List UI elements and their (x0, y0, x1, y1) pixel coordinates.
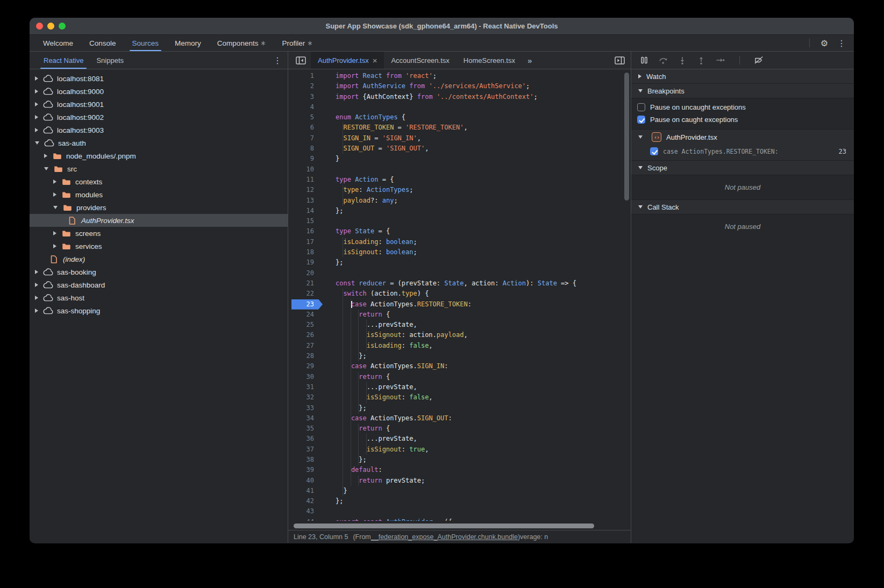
code-line-32[interactable]: 32isSignout: false, (288, 392, 631, 403)
line-number[interactable]: 4 (288, 102, 323, 112)
code-line-28[interactable]: 28}; (288, 351, 631, 361)
code-line-22[interactable]: 22switch (action.type) { (288, 289, 631, 299)
code-line-13[interactable]: 13payload?: any; (288, 196, 631, 206)
line-number[interactable]: 8 (288, 144, 323, 154)
line-number[interactable]: 38 (288, 455, 323, 465)
line-number[interactable]: 22 (288, 289, 323, 299)
line-number[interactable]: 30 (288, 372, 323, 382)
line-number[interactable]: 33 (288, 403, 323, 413)
tree-item-sas-auth[interactable]: sas-auth (30, 137, 288, 149)
tree-item-sas-booking[interactable]: sas-booking (30, 266, 288, 278)
line-number[interactable]: 37 (288, 444, 323, 455)
code-line-text[interactable]: case ActionTypes.SIGN_OUT: (323, 413, 452, 424)
chevron-collapsed-icon[interactable] (35, 283, 38, 287)
tab-memory[interactable]: Memory (167, 35, 209, 51)
code-line-text[interactable] (323, 268, 336, 278)
more-editor-tabs-button[interactable]: » (522, 56, 536, 65)
line-number[interactable]: 32 (288, 392, 323, 403)
toggle-debugger-sidebar-icon[interactable] (612, 53, 626, 67)
code-line-text[interactable]: SIGN_IN = 'SIGN_IN', (323, 133, 421, 144)
line-number[interactable]: 9 (288, 154, 323, 164)
line-number[interactable]: 34 (288, 413, 323, 424)
line-number[interactable]: 21 (288, 278, 323, 289)
code-line-text[interactable]: const reducer = (prevState: State, actio… (323, 278, 576, 289)
tree-item-src[interactable]: src (30, 162, 288, 175)
code-line-43[interactable]: 43 (288, 506, 631, 517)
line-number[interactable]: 29 (288, 361, 323, 371)
tab-sources[interactable]: Sources (124, 35, 167, 51)
chevron-collapsed-icon[interactable] (53, 180, 56, 184)
chevron-collapsed-icon[interactable] (35, 76, 38, 81)
code-line-2[interactable]: 2import AuthService from '../services/Au… (288, 81, 631, 91)
code-line-text[interactable]: import AuthService from '../services/Aut… (323, 81, 530, 91)
line-number[interactable]: 41 (288, 486, 323, 496)
code-line-text[interactable]: type: ActionTypes; (323, 185, 414, 195)
tree-item-sas-host[interactable]: sas-host (30, 291, 288, 304)
code-line-text[interactable]: isLoading: false, (323, 341, 433, 351)
code-line-text[interactable]: enum ActionTypes { (323, 112, 405, 123)
editor-tab-homescreen-tsx[interactable]: HomeScreen.tsx (457, 52, 522, 69)
code-line-41[interactable]: 41} (288, 486, 631, 496)
step-into-icon[interactable] (678, 56, 687, 64)
line-number[interactable]: 18 (288, 247, 323, 257)
breakpoint-file-row[interactable]: ‹›AuthProvider.tsx (631, 130, 854, 145)
code-line-30[interactable]: 30return { (288, 372, 631, 382)
step-out-icon[interactable] (697, 56, 705, 64)
code-line-text[interactable]: import {AuthContext} from '../contexts/A… (323, 92, 538, 102)
chevron-expanded-icon[interactable] (53, 206, 58, 209)
code-line-text[interactable]: isSignout: true, (323, 444, 429, 455)
line-number[interactable]: 25 (288, 320, 323, 330)
code-line-29[interactable]: 29case ActionTypes.SIGN_IN: (288, 361, 631, 371)
scope-section-header[interactable]: Scope (631, 161, 854, 175)
tab-welcome[interactable]: Welcome (35, 35, 81, 51)
step-over-icon[interactable] (659, 56, 668, 64)
call-stack-section-header[interactable]: Call Stack (631, 200, 854, 214)
code-editor[interactable]: 1import React from 'react';2import AuthS… (288, 69, 631, 530)
line-number[interactable]: 2 (288, 81, 323, 91)
code-line-26[interactable]: 26isSignout: action.payload, (288, 330, 631, 340)
tree-item-node-modules-pnpm[interactable]: node_modules/.pnpm (30, 149, 288, 162)
code-line-14[interactable]: 14}; (288, 206, 631, 216)
line-number[interactable]: 1 (288, 71, 323, 81)
line-number[interactable]: 36 (288, 434, 323, 444)
checkbox-checked[interactable] (637, 116, 645, 124)
line-number[interactable]: 40 (288, 476, 323, 486)
code-line-text[interactable]: return { (323, 372, 390, 382)
tree-item-screens[interactable]: screens (30, 227, 288, 240)
line-number[interactable]: 24 (288, 310, 323, 320)
code-line-19[interactable]: 19}; (288, 257, 631, 268)
code-line-text[interactable]: } (323, 154, 339, 164)
chevron-collapsed-icon[interactable] (53, 192, 56, 197)
code-line-text[interactable]: type State = { (323, 226, 390, 236)
line-number[interactable]: 5 (288, 112, 323, 123)
code-line-40[interactable]: 40return prevState; (288, 476, 631, 486)
tree-item-providers[interactable]: providers (30, 201, 288, 214)
code-line-24[interactable]: 24return { (288, 310, 631, 320)
line-number[interactable]: 39 (288, 465, 323, 475)
code-line-4[interactable]: 4 (288, 102, 631, 112)
code-line-37[interactable]: 37isSignout: true, (288, 444, 631, 455)
code-line-text[interactable]: }; (323, 403, 367, 413)
line-number[interactable]: 26 (288, 330, 323, 340)
line-number[interactable]: 11 (288, 175, 323, 185)
code-line-27[interactable]: 27isLoading: false, (288, 341, 631, 351)
code-line-text[interactable]: }; (323, 351, 367, 361)
code-line-12[interactable]: 12type: ActionTypes; (288, 185, 631, 195)
tree-item-localhost-9003[interactable]: localhost:9003 (30, 124, 288, 137)
line-number[interactable]: 7 (288, 133, 323, 144)
code-line-text[interactable]: RESTORE_TOKEN = 'RESTORE_TOKEN', (323, 123, 468, 133)
breakpoints-section-header[interactable]: Breakpoints (631, 84, 854, 98)
watch-section-header[interactable]: Watch (631, 69, 854, 84)
code-line-text[interactable]: }; (323, 257, 343, 268)
breakpoint-entry[interactable]: case ActionTypes.RESTORE_TOKEN:23 (631, 145, 854, 158)
chevron-collapsed-icon[interactable] (53, 244, 56, 248)
code-line-text[interactable] (323, 506, 336, 517)
line-number[interactable]: 20 (288, 268, 323, 278)
code-line-text[interactable]: payload?: any; (323, 196, 398, 206)
more-options-icon[interactable]: ⋮ (835, 36, 849, 50)
line-number[interactable]: 14 (288, 206, 323, 216)
tree-item-localhost-8081[interactable]: localhost:8081 (30, 72, 288, 85)
chevron-collapsed-icon[interactable] (44, 154, 47, 158)
tree-item-localhost-9001[interactable]: localhost:9001 (30, 98, 288, 111)
line-number[interactable]: 35 (288, 424, 323, 434)
